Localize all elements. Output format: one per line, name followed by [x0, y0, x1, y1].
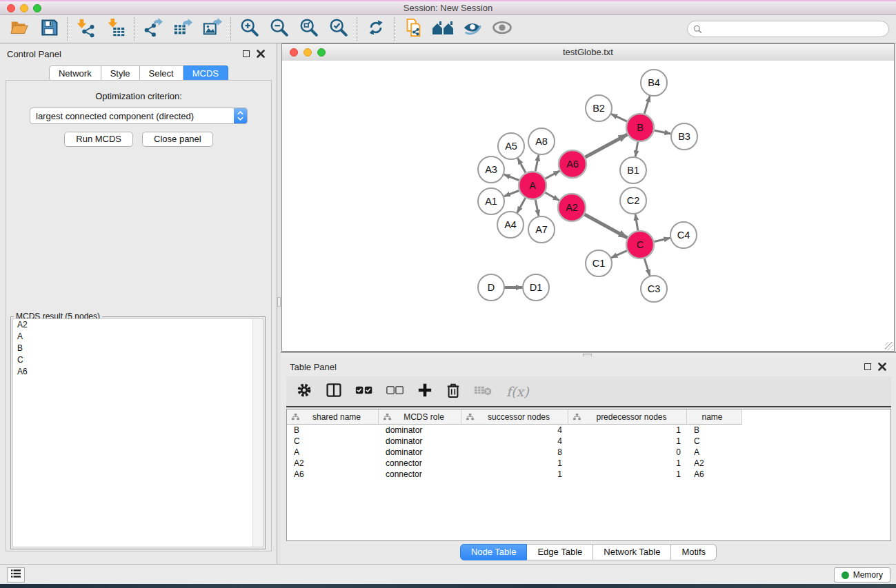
graph-node-C3[interactable]: C3 — [641, 276, 667, 302]
graph-node-B3[interactable]: B3 — [671, 123, 697, 150]
graph-node-C4[interactable]: C4 — [670, 222, 697, 248]
create-column-button[interactable] — [417, 383, 432, 401]
mcds-result-list[interactable]: A2ABCA6 — [12, 318, 263, 547]
tab-motifs[interactable]: Motifs — [671, 544, 717, 560]
graph-node-D1[interactable]: D1 — [523, 274, 549, 301]
table-cell[interactable]: connector — [379, 458, 461, 469]
tab-node-table[interactable]: Node Table — [460, 544, 528, 560]
graph-node-B[interactable]: B — [626, 114, 654, 141]
import-network-button[interactable] — [71, 17, 101, 41]
table-cell[interactable]: C — [287, 436, 379, 447]
close-panel-icon[interactable] — [878, 361, 886, 374]
function-builder-button[interactable]: f(x) — [506, 384, 529, 399]
table-cell[interactable]: A2 — [287, 458, 379, 469]
select-all-button[interactable] — [355, 385, 373, 398]
table-cell[interactable]: 1 — [568, 425, 687, 436]
table-row[interactable]: Cdominator41C — [287, 436, 890, 447]
graph-edge-A6-B[interactable] — [585, 134, 627, 157]
delete-table-button[interactable] — [474, 384, 493, 399]
graph-edge-B-B2[interactable] — [611, 114, 627, 121]
graph-edge-B-B4[interactable] — [644, 96, 650, 114]
graph-node-B1[interactable]: B1 — [620, 157, 646, 183]
search-box[interactable] — [687, 21, 889, 37]
tab-mcds[interactable]: MCDS — [183, 65, 228, 81]
graph-edge-A-A1[interactable] — [504, 191, 519, 196]
graph-edge-B-B1[interactable] — [635, 142, 637, 157]
table-cell[interactable]: 1 — [568, 458, 687, 469]
table-cell[interactable]: connector — [379, 469, 461, 480]
graph-edge-A-A8[interactable] — [535, 155, 539, 172]
deselect-all-button[interactable] — [386, 385, 404, 398]
houses-button[interactable] — [428, 17, 457, 41]
tab-network[interactable]: Network — [49, 65, 101, 81]
table-cell[interactable]: A — [287, 447, 379, 458]
table-cell[interactable]: A6 — [287, 469, 379, 480]
table-row[interactable]: Bdominator41B — [287, 425, 890, 436]
hide-graphics-details-button[interactable] — [457, 17, 487, 41]
graph-node-A3[interactable]: A3 — [478, 156, 504, 183]
search-input[interactable] — [702, 23, 888, 34]
zoom-selected-button[interactable] — [323, 17, 353, 41]
zoom-fit-button[interactable] — [294, 17, 323, 41]
graph-node-C[interactable]: C — [626, 231, 654, 258]
float-panel-icon[interactable] — [243, 50, 250, 57]
open-session-button[interactable] — [4, 17, 34, 41]
network-window-titlebar[interactable]: testGlobe.txt — [282, 44, 894, 61]
network-graph[interactable]: A5A8A3A1A4A7AA6A2BB2B4B3B1CC2C4C1C3DD1 — [282, 61, 894, 351]
delete-columns-button[interactable] — [446, 382, 461, 401]
scrollbar-track[interactable] — [252, 319, 263, 547]
table-cell[interactable]: A — [687, 447, 742, 458]
mcds-result-item[interactable]: A — [13, 331, 263, 343]
memory-button[interactable]: Memory — [834, 567, 890, 582]
graph-edge-A2-C[interactable] — [584, 214, 627, 238]
graph-node-D[interactable]: D — [478, 274, 504, 301]
table-cell[interactable]: B — [687, 425, 742, 436]
mcds-result-item[interactable]: C — [13, 354, 263, 366]
graph-node-A5[interactable]: A5 — [498, 133, 524, 159]
export-table-button[interactable] — [168, 17, 197, 41]
graph-edge-C-C3[interactable] — [644, 258, 650, 276]
float-panel-icon[interactable] — [864, 363, 871, 370]
import-table-button[interactable] — [101, 17, 130, 41]
graph-edge-B-B3[interactable] — [655, 130, 671, 134]
tab-style[interactable]: Style — [101, 65, 140, 81]
task-history-button[interactable] — [7, 567, 25, 582]
graph-edge-C-C4[interactable] — [654, 238, 670, 241]
resize-grip-icon[interactable] — [885, 342, 893, 350]
column-header-MCDS-role[interactable]: MCDS role — [379, 409, 461, 425]
duplicate-network-button[interactable] — [398, 17, 428, 41]
table-cell[interactable]: 1 — [461, 469, 568, 480]
close-panel-icon[interactable] — [257, 48, 265, 61]
network-canvas[interactable]: A5A8A3A1A4A7AA6A2BB2B4B3B1CC2C4C1C3DD1 — [282, 61, 894, 351]
refresh-button[interactable] — [361, 17, 390, 41]
table-cell[interactable]: 8 — [461, 447, 568, 458]
node-table[interactable]: shared nameMCDS rolesuccessor nodesprede… — [286, 409, 891, 541]
table-row[interactable]: A2connector11A2 — [287, 458, 890, 469]
tab-edge-table[interactable]: Edge Table — [527, 544, 593, 560]
splitter-grip[interactable] — [277, 297, 281, 307]
graph-edge-A-A2[interactable] — [545, 192, 559, 200]
export-image-button[interactable] — [197, 17, 227, 41]
table-cell[interactable]: 0 — [568, 447, 687, 458]
graph-node-A7[interactable]: A7 — [528, 216, 555, 243]
graph-edge-A-A5[interactable] — [518, 159, 526, 173]
graph-node-A1[interactable]: A1 — [478, 188, 504, 214]
graph-node-A2[interactable]: A2 — [558, 194, 586, 221]
table-cell[interactable]: dominator — [379, 447, 461, 458]
table-row[interactable]: A6connector11A6 — [287, 469, 890, 480]
mcds-result-item[interactable]: A2 — [13, 319, 263, 331]
table-cell[interactable]: dominator — [379, 425, 461, 436]
table-cell[interactable]: A6 — [687, 469, 742, 480]
graph-node-C1[interactable]: C1 — [586, 250, 612, 276]
zoom-in-button[interactable] — [235, 17, 264, 41]
close-panel-button[interactable]: Close panel — [142, 132, 213, 147]
column-header-shared-name[interactable]: shared name — [287, 409, 379, 425]
table-cell[interactable]: dominator — [379, 436, 461, 447]
graph-edge-C-C2[interactable] — [635, 214, 638, 230]
graph-node-B2[interactable]: B2 — [586, 95, 612, 121]
graph-node-C2[interactable]: C2 — [620, 187, 646, 214]
horizontal-splitter[interactable] — [281, 352, 896, 356]
run-mcds-button[interactable]: Run MCDS — [64, 132, 133, 147]
table-row[interactable]: Adominator80A — [287, 447, 890, 458]
table-cell[interactable]: B — [287, 425, 379, 436]
